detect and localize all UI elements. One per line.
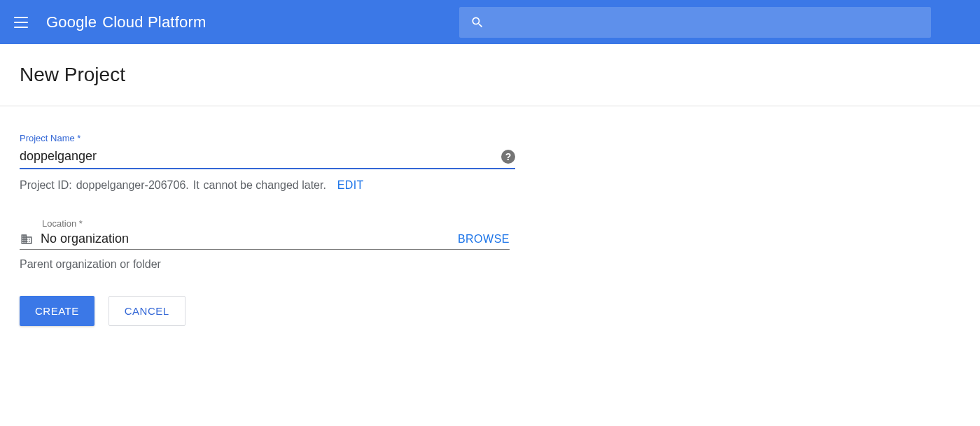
project-id-value: doppelganger-206706. [76,179,189,192]
project-name-field-group: Project Name * ? Project ID: doppelgange… [20,133,512,192]
project-id-note-prefix: It [193,179,200,192]
product-logo[interactable]: Google Cloud Platform [46,13,206,31]
location-field-group: Location * No organization BROWSE Parent… [20,218,512,271]
help-icon[interactable]: ? [501,150,515,164]
page-title: New Project [20,64,960,86]
new-project-form: Project Name * ? Project ID: doppelgange… [0,106,532,353]
form-button-row: CREATE CANCEL [20,296,512,326]
location-label: Location * [42,218,512,229]
top-header: Google Cloud Platform [0,0,980,44]
search-icon [470,15,484,29]
project-id-note-bold: cannot be changed later. [204,179,326,192]
page-title-section: New Project [0,44,980,106]
cancel-button[interactable]: CANCEL [108,296,186,326]
project-id-row: Project ID: doppelganger-206706. It cann… [20,179,512,192]
create-button[interactable]: CREATE [20,296,94,326]
project-name-input[interactable] [20,146,501,166]
organization-icon [20,233,34,246]
project-id-label: Project ID: [20,179,72,192]
browse-location-link[interactable]: BROWSE [458,233,510,246]
hamburger-menu-icon[interactable] [14,14,31,31]
edit-project-id-link[interactable]: EDIT [337,179,364,192]
project-name-input-row: ? [20,146,515,169]
location-helper-text: Parent organization or folder [20,258,512,271]
logo-platform-text: Cloud Platform [102,13,206,31]
logo-google-text: Google [46,13,97,31]
location-value: No organization [41,232,458,246]
location-input-row: No organization BROWSE [20,232,510,250]
project-name-label: Project Name * [20,133,512,143]
search-input[interactable] [459,7,931,38]
